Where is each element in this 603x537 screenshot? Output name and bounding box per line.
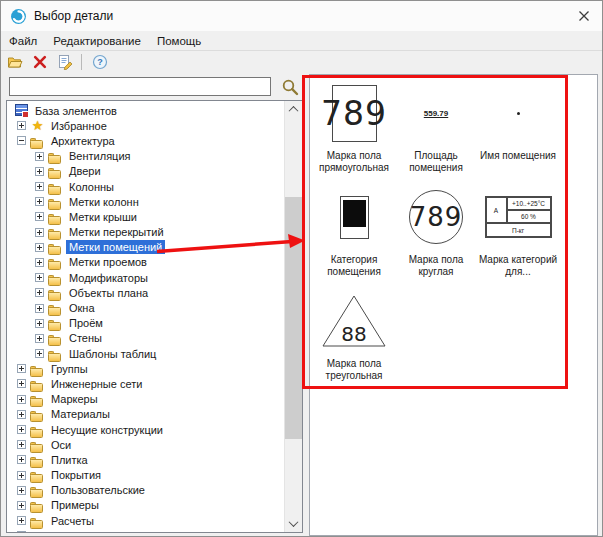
- expander-icon[interactable]: [17, 486, 26, 495]
- tree-item-label: Архитектура: [48, 134, 118, 148]
- edit-icon[interactable]: [54, 51, 76, 73]
- tree-item[interactable]: Шаблоны таблиц: [8, 346, 284, 361]
- tree-item-label: Покрытия: [48, 468, 104, 482]
- tree-item[interactable]: Несущие конструкции: [8, 422, 284, 437]
- expander-icon[interactable]: [17, 395, 26, 404]
- tree-item[interactable]: База элементов: [8, 103, 284, 118]
- folder-icon: [30, 423, 45, 437]
- expander-icon[interactable]: [35, 243, 44, 252]
- expander-icon[interactable]: [17, 455, 26, 464]
- expander-icon[interactable]: [17, 501, 26, 510]
- tree-item-label: Модификаторы: [66, 271, 151, 285]
- help-icon[interactable]: ?: [89, 51, 111, 73]
- tree-item[interactable]: Модификаторы: [8, 270, 284, 285]
- open-folder-icon[interactable]: [4, 51, 26, 73]
- folder-icon: [30, 498, 45, 512]
- tree-item-label: Окна: [66, 301, 98, 315]
- folder-icon: [48, 210, 63, 224]
- tree-item-label: Проём: [66, 316, 106, 330]
- folder-icon: [48, 149, 63, 163]
- tree-item[interactable]: Оси: [8, 437, 284, 452]
- search-icon[interactable]: [279, 77, 301, 97]
- expander-icon[interactable]: [35, 182, 44, 191]
- tree-item-label: Метки помещений: [66, 240, 165, 254]
- star-icon: [30, 119, 45, 133]
- scrollbar-thumb[interactable]: [285, 197, 302, 439]
- tree-scrollbar[interactable]: [284, 101, 302, 532]
- expander-icon[interactable]: [17, 531, 26, 532]
- window-title: Выбор детали: [34, 9, 113, 23]
- tree-item[interactable]: Метки перекрытий: [8, 225, 284, 240]
- tree-item[interactable]: Окна: [8, 300, 284, 315]
- expander-icon[interactable]: [17, 471, 26, 480]
- chevron-down-icon[interactable]: [285, 515, 302, 532]
- tree-item[interactable]: Инженерные сети: [8, 376, 284, 391]
- tree-item[interactable]: Примеры: [8, 498, 284, 513]
- menu-item[interactable]: Помощь: [149, 33, 209, 49]
- expander-icon[interactable]: [35, 304, 44, 313]
- tree-item[interactable]: Маркеры: [8, 392, 284, 407]
- tree-item-label: Расчеты: [48, 514, 97, 528]
- expander-icon[interactable]: [17, 121, 26, 130]
- tree-item-label: Метки колонн: [66, 195, 142, 209]
- tree-item[interactable]: Колонны: [8, 179, 284, 194]
- expander-icon[interactable]: [35, 167, 44, 176]
- search-input[interactable]: [9, 77, 271, 96]
- tree-item[interactable]: Сварные соединения: [8, 528, 284, 532]
- expander-icon[interactable]: [35, 212, 44, 221]
- tree-item[interactable]: Проём: [8, 316, 284, 331]
- tree-item[interactable]: Метки колонн: [8, 194, 284, 209]
- expander-icon[interactable]: [17, 379, 26, 388]
- tree-item-label: Метки перекрытий: [66, 225, 167, 239]
- folder-icon: [30, 134, 45, 148]
- tree-item[interactable]: Метки крыши: [8, 209, 284, 224]
- annotation-rectangle: [302, 75, 568, 389]
- expander-icon[interactable]: [17, 440, 26, 449]
- tree-item-label: Шаблоны таблиц: [66, 347, 159, 361]
- tree-item[interactable]: Метки помещений: [8, 240, 284, 255]
- folder-icon: [48, 301, 63, 315]
- tree-item[interactable]: Двери: [8, 164, 284, 179]
- folder-icon: [30, 377, 45, 391]
- tree-item[interactable]: Архитектура: [8, 133, 284, 148]
- tree-item[interactable]: Метки проемов: [8, 255, 284, 270]
- tree-item[interactable]: Объекты плана: [8, 285, 284, 300]
- tree-item[interactable]: Стены: [8, 331, 284, 346]
- tree-item-label: Группы: [48, 362, 91, 376]
- tree-item-label: Материалы: [48, 407, 113, 421]
- folder-icon: [48, 347, 63, 361]
- expander-icon[interactable]: [17, 516, 26, 525]
- tree-item[interactable]: Пользовательские: [8, 483, 284, 498]
- expander-icon[interactable]: [35, 334, 44, 343]
- expander-icon[interactable]: [17, 364, 26, 373]
- expander-icon[interactable]: [35, 228, 44, 237]
- folder-icon: [30, 407, 45, 421]
- expander-icon[interactable]: [17, 410, 26, 419]
- expander-icon[interactable]: [35, 273, 44, 282]
- folder-icon: [30, 392, 45, 406]
- tree-item[interactable]: Материалы: [8, 407, 284, 422]
- delete-icon[interactable]: [29, 51, 51, 73]
- expander-icon[interactable]: [17, 136, 26, 145]
- tree-item[interactable]: Вентиляция: [8, 149, 284, 164]
- expander-icon[interactable]: [35, 288, 44, 297]
- menu-item[interactable]: Файл: [1, 33, 45, 49]
- expander-icon[interactable]: [35, 197, 44, 206]
- tree-item[interactable]: Покрытия: [8, 468, 284, 483]
- expander-icon[interactable]: [17, 425, 26, 434]
- expander-icon[interactable]: [35, 349, 44, 358]
- tree-item[interactable]: Расчеты: [8, 513, 284, 528]
- tree-item[interactable]: Плитка: [8, 452, 284, 467]
- chevron-up-icon[interactable]: [285, 101, 302, 118]
- folder-icon: [48, 180, 63, 194]
- toolbar: ?: [1, 51, 602, 73]
- expander-icon[interactable]: [35, 152, 44, 161]
- expander-icon[interactable]: [35, 258, 44, 267]
- menu-item[interactable]: Редактирование: [45, 33, 149, 49]
- tree-item[interactable]: Избранное: [8, 118, 284, 133]
- tree-item-label: Метки проемов: [66, 255, 150, 269]
- tree-item[interactable]: Группы: [8, 361, 284, 376]
- close-icon[interactable]: [577, 9, 591, 23]
- expander-icon[interactable]: [35, 319, 44, 328]
- folder-icon: [48, 316, 63, 330]
